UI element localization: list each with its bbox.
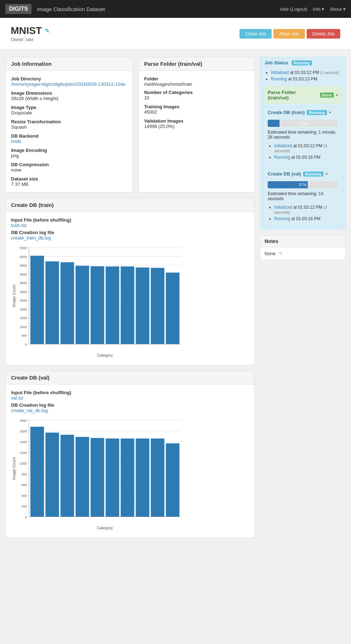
clone-job-button[interactable]: Clone Job bbox=[239, 29, 272, 39]
val-estimated-time: Estimated time remaining: 14 seconds bbox=[263, 191, 342, 203]
svg-rect-68 bbox=[151, 439, 164, 517]
svg-rect-31 bbox=[106, 267, 119, 344]
train-input-label: Input File (before shuffling) bbox=[11, 217, 249, 223]
validation-label: Validation Images bbox=[144, 118, 249, 124]
parse-chevron-icon: ▾ bbox=[336, 93, 338, 97]
train-input-link[interactable]: train.txt bbox=[11, 223, 26, 228]
parse-folder-header: Parse Folder (train/val) bbox=[139, 57, 254, 71]
user-logout-link[interactable]: luke (Logout) bbox=[280, 6, 307, 12]
svg-text:1600: 1600 bbox=[20, 430, 27, 433]
train-event-1: Initialized at 01:03:12 PM (3 seconds) bbox=[274, 143, 338, 153]
svg-rect-66 bbox=[121, 439, 134, 517]
svg-rect-27 bbox=[45, 261, 59, 344]
navbar-right: luke (Logout) Info ▾ About ▾ bbox=[280, 6, 346, 12]
svg-text:600: 600 bbox=[21, 483, 27, 487]
parse-folder-status: Parse Folder (train/val) Done ▾ bbox=[263, 86, 342, 104]
svg-text:2500: 2500 bbox=[20, 299, 27, 302]
about-menu[interactable]: About ▾ bbox=[330, 6, 346, 12]
train-log-link[interactable]: create_train_db.log bbox=[11, 235, 51, 241]
parse-done-badge: Done bbox=[320, 93, 334, 98]
main-container: Job Information Job Directory /home/lyea… bbox=[0, 50, 351, 545]
train-event-list: Initialized at 01:03:12 PM (3 seconds) R… bbox=[263, 142, 342, 165]
val-input-label: Input File (before shuffling) bbox=[11, 390, 249, 395]
train-progress-bar: 17% bbox=[268, 120, 338, 127]
dims-value: 28x28 (Width x Height) bbox=[11, 96, 127, 101]
dir-link[interactable]: /home/lyeager/digits/digits/jobs/2016092… bbox=[11, 81, 125, 87]
parse-folder-status-header[interactable]: Parse Folder (train/val) Done ▾ bbox=[263, 87, 342, 103]
val-running-badge: Running bbox=[303, 172, 323, 177]
abort-job-button[interactable]: Abort Job bbox=[273, 29, 305, 39]
val-input-link[interactable]: val.txt bbox=[11, 395, 23, 401]
notes-edit-icon[interactable]: ✎ bbox=[279, 251, 283, 256]
svg-text:800: 800 bbox=[21, 472, 27, 476]
validation-value: 14998 (25.0%) bbox=[144, 124, 249, 129]
val-log-link[interactable]: create_val_db.log bbox=[11, 408, 48, 413]
create-db-val-header[interactable]: Create DB (val) Running ▾ bbox=[263, 168, 342, 179]
svg-rect-61 bbox=[45, 433, 59, 517]
brand[interactable]: DIGITS bbox=[5, 4, 31, 14]
edit-icon[interactable]: ✎ bbox=[45, 28, 49, 34]
training-label: Training Images bbox=[144, 104, 249, 109]
training-value: 45002 bbox=[144, 109, 249, 115]
action-buttons: Clone Job Abort Job Delete Job bbox=[239, 29, 340, 39]
svg-text:Category: Category bbox=[97, 526, 113, 530]
notes-panel: Notes None ✎ bbox=[260, 235, 346, 260]
svg-rect-28 bbox=[60, 262, 74, 344]
svg-rect-64 bbox=[90, 438, 104, 517]
svg-text:200: 200 bbox=[21, 505, 27, 508]
delete-job-button[interactable]: Delete Job bbox=[307, 29, 340, 39]
job-info-card: Job Information Job Directory /home/lyea… bbox=[5, 57, 133, 193]
page-title: Image Classification Dataset bbox=[37, 6, 105, 12]
svg-rect-30 bbox=[90, 266, 104, 344]
svg-text:4000: 4000 bbox=[20, 273, 27, 276]
svg-rect-29 bbox=[75, 266, 89, 344]
svg-text:400: 400 bbox=[21, 494, 27, 497]
val-event-list: Initialized at 01:03:12 PM (3 seconds) R… bbox=[263, 203, 342, 226]
svg-text:5500: 5500 bbox=[20, 246, 27, 250]
job-info-header: Job Information bbox=[6, 57, 133, 71]
val-progress-bar: 57% bbox=[268, 181, 338, 188]
job-status-panel: Job Status Running Initialized at 01:03:… bbox=[260, 57, 346, 230]
train-event-2: Running at 01:03:16 PM bbox=[274, 155, 338, 160]
train-running-badge: Running bbox=[307, 110, 327, 115]
page-header-left: MNIST ✎ Owner: luke bbox=[11, 25, 49, 42]
svg-rect-65 bbox=[106, 439, 119, 517]
top-cards: Job Information Job Directory /home/lyea… bbox=[5, 57, 254, 193]
svg-rect-26 bbox=[30, 256, 44, 344]
svg-rect-63 bbox=[75, 437, 89, 517]
svg-text:3500: 3500 bbox=[20, 281, 27, 285]
svg-text:5000: 5000 bbox=[20, 255, 27, 259]
dataset-title: MNIST ✎ bbox=[11, 25, 49, 36]
svg-text:1000: 1000 bbox=[20, 325, 27, 329]
val-chevron-icon: ▾ bbox=[326, 172, 327, 176]
svg-rect-67 bbox=[136, 439, 149, 517]
val-log-label: DB Creation log file bbox=[11, 402, 249, 408]
backend-value: lmdb bbox=[11, 139, 127, 144]
val-chart-header: Create DB (val) bbox=[6, 371, 254, 385]
val-progress-label: 57% bbox=[268, 181, 338, 188]
train-chevron-icon: ▾ bbox=[329, 110, 331, 114]
job-info-body: Job Directory /home/lyeager/digits/digit… bbox=[6, 71, 133, 192]
svg-rect-32 bbox=[121, 267, 134, 344]
compression-value: none bbox=[11, 167, 127, 173]
navbar: DIGITS Image Classification Dataset luke… bbox=[0, 0, 351, 18]
type-value: Grayscale bbox=[11, 110, 127, 115]
val-chart-card: Create DB (val) Input File (before shuff… bbox=[5, 371, 254, 538]
dir-label: Job Directory bbox=[11, 76, 127, 81]
svg-text:4500: 4500 bbox=[20, 264, 27, 267]
train-chart-body: Input File (before shuffling) train.txt … bbox=[6, 212, 254, 365]
backend-link[interactable]: lmdb bbox=[11, 139, 21, 144]
categories-label: Number of Categories bbox=[144, 90, 249, 95]
svg-rect-33 bbox=[136, 267, 149, 344]
type-label: Image Type bbox=[11, 105, 127, 110]
encoding-value: png bbox=[11, 153, 127, 158]
create-db-train-status: Create DB (train) Running ▾ 17% Estimate… bbox=[263, 106, 342, 165]
folder-label: Folder bbox=[144, 76, 249, 81]
parse-folder-body: Folder /raid/images/mnist/train Number o… bbox=[139, 71, 254, 134]
svg-rect-34 bbox=[151, 268, 164, 344]
size-label: Dataset size bbox=[11, 176, 127, 182]
info-menu[interactable]: Info ▾ bbox=[313, 6, 324, 12]
create-db-train-header[interactable]: Create DB (train) Running ▾ bbox=[263, 107, 342, 118]
parse-folder-card: Parse Folder (train/val) Folder /raid/im… bbox=[138, 57, 254, 193]
categories-value: 10 bbox=[144, 95, 249, 100]
